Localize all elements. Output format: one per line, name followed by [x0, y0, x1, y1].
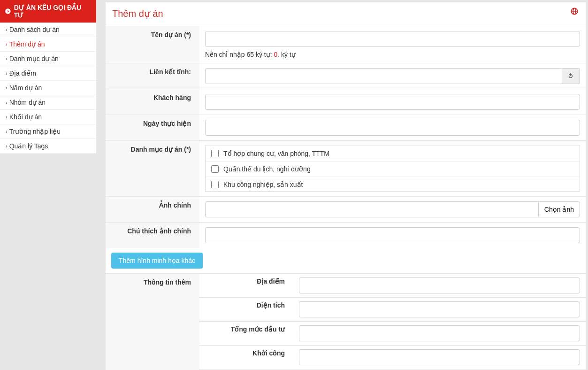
extra-area-input[interactable] [299, 301, 580, 317]
date-label: Ngày thực hiện [106, 115, 199, 141]
category-label: Danh mục dự án (*) [106, 141, 199, 197]
extra-start-label: Khởi công [199, 346, 293, 370]
category-checkbox[interactable] [211, 181, 219, 188]
extra-location-label: Địa điểm [199, 274, 293, 298]
chevron-right-icon: › [6, 143, 8, 149]
category-option-label: Tổ hợp chung cư, văn phòng, TTTM [223, 150, 329, 157]
category-checkbox[interactable] [211, 150, 219, 157]
project-name-help: Nên chỉ nhập 65 ký tự: 0. ký tự [205, 51, 580, 58]
static-link-input[interactable] [205, 68, 562, 84]
add-more-images-button[interactable]: Thêm hình minh họa khác [111, 253, 203, 269]
form-table: Tên dự án (*) Nên chỉ nhập 65 ký tự: 0. … [106, 26, 586, 370]
static-link-label: Liên kết tĩnh: [106, 63, 199, 89]
category-option[interactable]: Quần thể du lịch, nghỉ dưỡng [206, 162, 580, 177]
extra-total-investment-input[interactable] [299, 325, 580, 341]
sidebar-item-label: Năm dự án [9, 84, 42, 92]
main-image-caption-label: Chú thích ảnh chính [106, 223, 199, 248]
extra-info-table: Địa điểm Diện tích Tổng mức đầu tư [199, 274, 586, 370]
category-option-label: Khu công nghiệp, sản xuất [223, 181, 303, 188]
sidebar-item-label: Thêm dự án [9, 40, 45, 48]
category-listbox[interactable]: Tổ hợp chung cư, văn phòng, TTTM Quần th… [205, 146, 580, 192]
sidebar-item-khoi-du-an[interactable]: ›Khối dự án [0, 110, 96, 124]
sidebar-list: ›Danh sách dự án ›Thêm dự án ›Danh mục d… [0, 23, 96, 154]
sidebar-item-truong-nhap-lieu[interactable]: ›Trường nhập liệu [0, 124, 96, 139]
sidebar: DỰ ÁN KÊU GỌI ĐẦU TƯ ›Danh sách dự án ›T… [0, 0, 96, 370]
sidebar-item-label: Nhóm dự án [9, 99, 46, 106]
refresh-link-button[interactable] [562, 68, 580, 84]
sidebar-header: DỰ ÁN KÊU GỌI ĐẦU TƯ [0, 0, 96, 23]
sidebar-item-nhom-du-an[interactable]: ›Nhóm dự án [0, 95, 96, 110]
main-image-input[interactable] [205, 201, 539, 217]
category-option-label: Quần thể du lịch, nghỉ dưỡng [223, 165, 311, 173]
sidebar-item-danh-sach-du-an[interactable]: ›Danh sách dự án [0, 23, 96, 37]
extra-info-label: Thông tin thêm [106, 274, 199, 370]
main-image-label: Ảnh chính [106, 197, 199, 223]
sidebar-item-dia-diem[interactable]: ›Địa điểm [0, 66, 96, 81]
chevron-right-icon: › [6, 56, 8, 62]
sidebar-item-nam-du-an[interactable]: ›Năm dự án [0, 81, 96, 95]
sidebar-title: DỰ ÁN KÊU GỌI ĐẦU TƯ [14, 4, 92, 19]
page-title: Thêm dự án [106, 2, 586, 26]
chevron-right-icon: › [6, 114, 8, 120]
globe-icon[interactable] [570, 7, 579, 17]
sidebar-item-label: Địa điểm [9, 69, 36, 77]
date-input[interactable] [205, 120, 580, 136]
sidebar-item-them-du-an[interactable]: ›Thêm dự án [0, 37, 96, 52]
extra-area-label: Diện tích [199, 298, 293, 322]
sidebar-item-label: Khối dự án [9, 113, 42, 121]
sidebar-item-label: Trường nhập liệu [9, 128, 61, 135]
choose-image-button[interactable]: Chọn ảnh [539, 201, 580, 217]
extra-total-investment-label: Tổng mức đầu tư [199, 322, 293, 346]
customer-input[interactable] [205, 94, 580, 110]
refresh-icon [567, 72, 574, 80]
category-checkbox[interactable] [211, 165, 219, 173]
chevron-circle-right-icon [5, 8, 11, 15]
chevron-right-icon: › [6, 129, 8, 134]
main-panel: Thêm dự án Tên dự án (*) Nên chỉ nhập 65… [106, 2, 586, 370]
sidebar-item-label: Danh sách dự án [9, 26, 60, 33]
category-option[interactable]: Khu công nghiệp, sản xuất [206, 177, 580, 192]
chevron-right-icon: › [6, 27, 8, 32]
chevron-right-icon: › [6, 41, 8, 47]
chevron-right-icon: › [6, 100, 8, 105]
sidebar-item-quan-ly-tags[interactable]: ›Quản lý Tags [0, 139, 96, 154]
extra-start-input[interactable] [299, 349, 580, 365]
sidebar-item-danh-muc-du-an[interactable]: ›Danh mục dự án [0, 52, 96, 66]
chevron-right-icon: › [6, 85, 8, 91]
project-name-label: Tên dự án (*) [106, 26, 199, 63]
project-name-input[interactable] [205, 31, 580, 47]
sidebar-item-label: Danh mục dự án [9, 55, 59, 62]
category-option[interactable]: Tổ hợp chung cư, văn phòng, TTTM [206, 146, 580, 162]
customer-label: Khách hàng [106, 89, 199, 115]
extra-location-input[interactable] [299, 278, 580, 293]
main-image-caption-input[interactable] [205, 227, 580, 243]
sidebar-item-label: Quản lý Tags [9, 142, 48, 150]
chevron-right-icon: › [6, 70, 8, 76]
